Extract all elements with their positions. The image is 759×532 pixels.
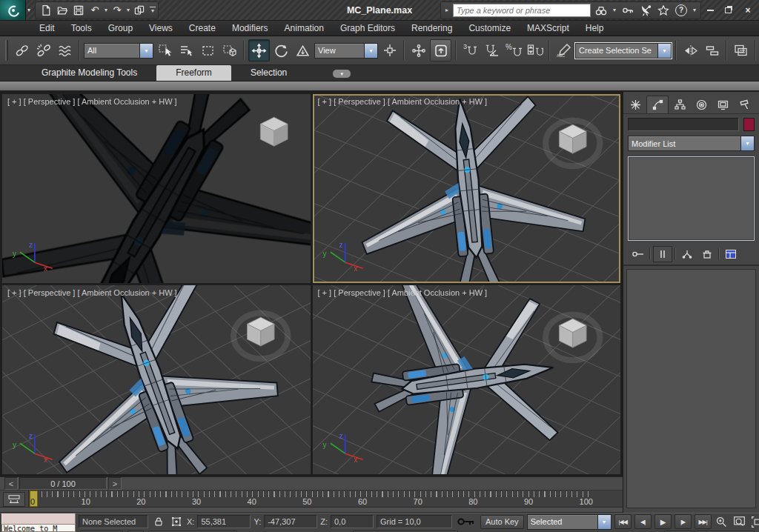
zoom-button[interactable] — [715, 515, 729, 528]
next-frame-button[interactable]: > — [108, 477, 122, 490]
undo-button[interactable]: ↶ — [87, 3, 103, 18]
reference-coordinate-dropdown[interactable]: View▾ — [314, 43, 378, 59]
menu-maxscript[interactable]: MAXScript — [519, 21, 577, 36]
help-button[interactable]: ? — [674, 4, 689, 17]
save-button[interactable] — [70, 3, 87, 18]
menu-group[interactable]: Group — [100, 21, 141, 36]
select-and-manipulate-button[interactable] — [408, 40, 428, 61]
quick-access-overflow-icon[interactable]: ▾ — [150, 7, 156, 14]
frame-counter[interactable]: 0 / 100 — [19, 477, 107, 490]
select-and-rotate-button[interactable] — [271, 40, 291, 61]
search-options-caret-icon[interactable]: ▾ — [611, 7, 617, 13]
viewport-bottom-left[interactable]: [ + ] [ Perspective ] [ Ambient Occlusio… — [2, 285, 311, 474]
previous-frame-playback-button[interactable]: ◀| — [634, 514, 652, 529]
snap-toggle-3d-button[interactable]: 3 — [460, 40, 480, 61]
ribbon-tab-freeform[interactable]: Freeform — [156, 65, 231, 81]
z-coordinate-field[interactable]: 0,0 — [331, 515, 374, 528]
modifier-stack-list[interactable] — [628, 156, 755, 241]
communication-center-button[interactable] — [638, 4, 653, 17]
select-and-scale-button[interactable] — [293, 40, 313, 61]
window-crossing-toggle-button[interactable] — [219, 40, 239, 61]
object-color-swatch[interactable] — [743, 118, 755, 131]
object-name-input[interactable] — [628, 118, 739, 131]
edit-named-selection-sets-button[interactable]: ABC — [554, 40, 574, 61]
go-to-start-button[interactable]: |◀◀ — [614, 514, 632, 529]
use-pivot-point-center-button[interactable] — [380, 40, 400, 61]
mirror-button[interactable] — [680, 40, 700, 61]
minimize-button[interactable] — [707, 10, 717, 11]
menu-graph-editors[interactable]: Graph Editors — [332, 21, 403, 36]
select-and-move-button[interactable] — [248, 39, 270, 61]
hierarchy-tab[interactable] — [669, 96, 690, 113]
show-end-result-button[interactable] — [653, 246, 672, 262]
viewport-top-right-active[interactable]: [ + ] [ Perspective ] [ Ambient Occlusio… — [313, 94, 621, 283]
go-to-end-button[interactable]: ▶▶| — [695, 514, 712, 529]
menu-animation[interactable]: Animation — [276, 21, 332, 36]
redo-button[interactable]: ↷ — [109, 3, 125, 18]
infocenter-collapse-icon[interactable]: ▸ — [444, 7, 450, 13]
select-by-name-button[interactable] — [176, 40, 196, 61]
remove-modifier-button[interactable] — [698, 247, 716, 262]
menu-tools[interactable]: Tools — [63, 21, 100, 36]
display-tab[interactable] — [712, 96, 733, 113]
rollout-area[interactable] — [626, 269, 756, 508]
keyboard-shortcut-override-button[interactable] — [430, 39, 451, 61]
named-selection-set-dropdown[interactable]: Create Selection Se▾ — [575, 43, 672, 59]
favorites-button[interactable] — [656, 4, 671, 17]
bind-to-space-warp-button[interactable] — [55, 40, 75, 61]
spinner-snap-toggle-button[interactable] — [525, 40, 545, 61]
mini-curve-editor-button[interactable] — [3, 492, 25, 507]
rectangular-selection-region-button[interactable] — [198, 40, 218, 61]
redo-history-caret-icon[interactable]: ▾ — [125, 7, 131, 13]
app-menu-caret-icon[interactable]: ▾ — [26, 7, 32, 13]
ribbon-minimize-chevron-icon[interactable]: ▾ — [333, 70, 351, 78]
search-input[interactable] — [453, 4, 591, 17]
selection-lock-toggle[interactable] — [151, 515, 166, 528]
ribbon-tab-selection[interactable]: Selection — [231, 65, 306, 81]
previous-frame-button[interactable]: < — [4, 477, 18, 490]
viewport-label[interactable]: [ + ] [ Perspective ] [ Ambient Occlusio… — [318, 97, 488, 106]
create-tab[interactable] — [625, 96, 646, 113]
menu-modifiers[interactable]: Modifiers — [224, 21, 276, 36]
close-button[interactable]: × — [743, 5, 753, 16]
zoom-all-button[interactable] — [732, 515, 747, 528]
selection-filter-dropdown[interactable]: All▾ — [84, 43, 153, 59]
menu-views[interactable]: Views — [141, 21, 181, 36]
track-bar[interactable] — [0, 507, 623, 513]
unlink-selection-button[interactable] — [33, 40, 53, 61]
viewport-label[interactable]: [ + ] [ Perspective ] [ Ambient Occlusio… — [7, 288, 177, 297]
make-unique-button[interactable] — [678, 247, 696, 262]
select-and-link-button[interactable] — [12, 40, 32, 61]
menu-edit[interactable]: Edit — [31, 21, 63, 36]
timeline-ruler[interactable]: 0 10 20 30 40 50 60 70 80 90 100 — [28, 491, 623, 507]
y-coordinate-field[interactable]: -47,307 — [264, 515, 317, 528]
key-mode-dropdown[interactable]: Selected▾ — [527, 514, 611, 530]
toolbar-grip[interactable] — [5, 40, 8, 61]
viewport-top-left[interactable]: [ + ] [ Perspective ] [ Ambient Occlusio… — [2, 94, 311, 283]
help-caret-icon[interactable]: ▾ — [692, 7, 697, 13]
pin-stack-button[interactable] — [629, 247, 647, 262]
menu-help[interactable]: Help — [577, 21, 612, 36]
ribbon-tab-graphite-modeling-tools[interactable]: Graphite Modeling Tools — [22, 65, 156, 81]
layer-manager-button[interactable] — [731, 40, 751, 61]
restore-button[interactable] — [725, 7, 735, 13]
auto-key-button[interactable]: Auto Key — [480, 515, 524, 529]
listener-macro-row[interactable] — [1, 513, 76, 525]
ribbon-collapsed-strip[interactable] — [0, 82, 759, 92]
set-keys-button[interactable] — [455, 515, 477, 528]
viewport-bottom-right[interactable]: [ + ] [ Perspective ] [ Ambient Occlusio… — [313, 285, 621, 474]
project-folder-button[interactable] — [131, 3, 148, 18]
zoom-extents-button[interactable] — [750, 515, 759, 528]
new-file-button[interactable] — [38, 3, 54, 18]
absolute-offset-mode-toggle[interactable] — [169, 515, 184, 528]
x-coordinate-field[interactable]: 55,381 — [197, 515, 251, 528]
configure-modifier-sets-button[interactable] — [722, 247, 740, 262]
modifier-list-dropdown[interactable]: Modifier List▾ — [628, 136, 755, 151]
subscription-center-button[interactable] — [620, 4, 635, 17]
next-frame-playback-button[interactable]: |▶ — [675, 514, 692, 529]
undo-history-caret-icon[interactable]: ▾ — [103, 7, 109, 13]
align-button[interactable] — [702, 40, 722, 61]
menu-rendering[interactable]: Rendering — [403, 21, 460, 36]
motion-tab[interactable] — [691, 96, 712, 113]
open-file-button[interactable] — [54, 3, 70, 18]
